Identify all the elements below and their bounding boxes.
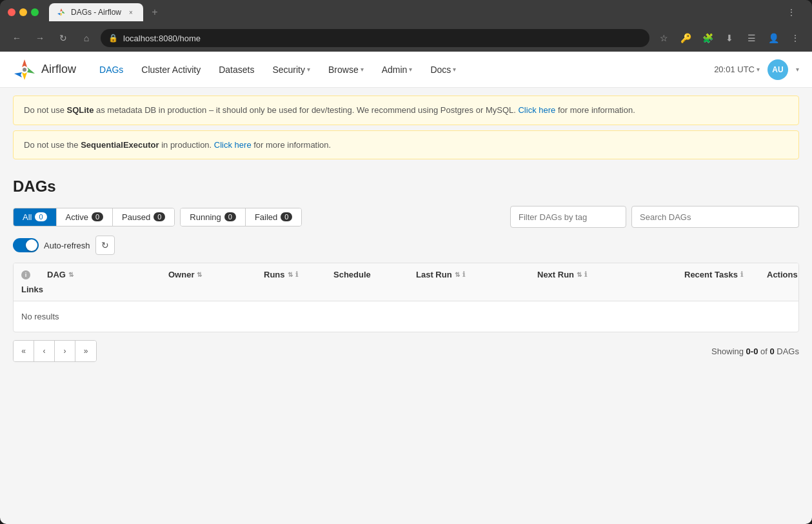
pagination-next-button[interactable]: › [55, 341, 75, 361]
last-run-sort-icon: ⇅ [455, 271, 460, 278]
filter-running-button[interactable]: Running 0 [181, 208, 246, 226]
browse-dropdown-icon [361, 66, 364, 73]
browser-window: DAGs - Airflow × + ⋮ ← → ↻ ⌂ 🔒 localhost… [0, 0, 812, 524]
runs-sort-icon: ⇅ [288, 271, 293, 278]
auto-refresh-row: Auto-refresh ↻ [13, 236, 799, 255]
browser-menu-icon[interactable]: ⋮ [787, 7, 796, 17]
user-dropdown-icon[interactable] [796, 66, 799, 73]
nav-docs[interactable]: Docs [422, 59, 464, 80]
auto-refresh-toggle[interactable] [13, 238, 39, 252]
th-recent-tasks: Recent Tasks ℹ [684, 270, 762, 279]
pagination-prev-button[interactable]: ‹ [34, 341, 55, 361]
reload-button[interactable]: ↻ [54, 29, 72, 47]
pagination-row: « ‹ › » Showing 0-0 of 0 DAGs [13, 340, 799, 362]
next-run-info-icon: ℹ [584, 270, 587, 279]
toolbar-icons: ☆ 🔑 🧩 ⬇ ☰ 👤 ⋮ [655, 29, 804, 47]
sqlite-click-here-link[interactable]: Click here [518, 105, 555, 115]
recent-tasks-info-icon: ℹ [740, 270, 743, 279]
th-owner[interactable]: Owner ⇅ [168, 270, 259, 279]
minimize-button[interactable] [19, 8, 27, 16]
tab-favicon [57, 8, 66, 17]
extension-icon-2[interactable]: 🧩 [698, 29, 717, 47]
search-dags-input[interactable] [631, 206, 799, 228]
bookmark-icon[interactable]: ☆ [655, 29, 673, 47]
pagination-last-button[interactable]: » [75, 341, 96, 361]
user-icon[interactable]: 👤 [764, 29, 782, 47]
executor-click-here-link[interactable]: Click here [214, 140, 252, 150]
svg-marker-4 [22, 59, 27, 67]
nav-cluster-activity[interactable]: Cluster Activity [134, 59, 208, 80]
close-button[interactable] [8, 8, 15, 16]
extension-icon-3[interactable]: ⬇ [720, 29, 738, 47]
time-dropdown-icon [757, 66, 760, 73]
time-display: 20:01 UTC [714, 65, 760, 74]
tab-close-icon[interactable]: × [126, 8, 135, 17]
airflow-logo [13, 58, 36, 81]
svg-marker-0 [60, 8, 63, 12]
nav-admin[interactable]: Admin [374, 59, 421, 80]
docs-dropdown-icon [453, 66, 456, 73]
refresh-button[interactable]: ↻ [95, 236, 115, 255]
svg-marker-5 [27, 67, 35, 74]
nav-links: DAGs Cluster Activity Datasets Security … [92, 59, 714, 80]
nav-security[interactable]: Security [264, 59, 318, 80]
top-navbar: Airflow DAGs Cluster Activity Datasets S… [0, 52, 812, 88]
extension-icon-4[interactable]: ☰ [742, 29, 760, 47]
brand-name: Airflow [41, 63, 76, 76]
tab-bar: DAGs - Airflow × + [49, 3, 773, 21]
filter-active-button[interactable]: Active 0 [57, 208, 114, 226]
auto-refresh-label: Auto-refresh [44, 241, 90, 250]
th-runs[interactable]: Runs ⇅ ℹ [264, 270, 328, 279]
url-display: localhost:8080/home [123, 34, 201, 43]
browser-titlebar: DAGs - Airflow × + ⋮ [0, 0, 812, 25]
tag-filter-input[interactable] [510, 206, 626, 228]
th-actions: Actions [767, 270, 799, 279]
pagination: « ‹ › » [13, 340, 97, 362]
dag-filter-group: All 0 Active 0 Paused 0 [13, 208, 175, 227]
showing-text: Showing 0-0 of 0 DAGs [711, 347, 799, 356]
home-button[interactable]: ⌂ [77, 29, 95, 47]
back-button[interactable]: ← [8, 29, 26, 47]
th-dag[interactable]: DAG ⇅ [47, 270, 163, 279]
traffic-lights [8, 8, 39, 16]
next-run-sort-icon: ⇅ [577, 271, 582, 278]
svg-marker-6 [14, 72, 22, 77]
navbar-brand[interactable]: Airflow [13, 58, 76, 81]
pagination-first-button[interactable]: « [14, 341, 34, 361]
nav-datasets[interactable]: Datasets [211, 59, 262, 80]
new-tab-button[interactable]: + [146, 3, 164, 21]
dag-sort-icon: ⇅ [68, 271, 74, 278]
more-icon[interactable]: ⋮ [786, 29, 804, 47]
svg-point-8 [23, 68, 26, 72]
tab-title: DAGs - Airflow [71, 8, 121, 17]
forward-button[interactable]: → [31, 29, 49, 47]
extension-icon-1[interactable]: 🔑 [677, 29, 695, 47]
page-title: DAGs [13, 177, 799, 196]
alerts-section: Do not use SQLite as metadata DB in prod… [0, 88, 812, 167]
th-last-run[interactable]: Last Run ⇅ ℹ [416, 270, 532, 279]
lock-icon: 🔒 [108, 34, 118, 43]
maximize-button[interactable] [31, 8, 39, 16]
last-run-info-icon: ℹ [462, 270, 465, 279]
no-results: No results [21, 312, 791, 321]
address-bar[interactable]: 🔒 localhost:8080/home [101, 29, 649, 47]
filter-paused-button[interactable]: Paused 0 [113, 208, 174, 226]
svg-marker-7 [22, 72, 27, 80]
th-info: i [21, 270, 42, 279]
filter-bar: All 0 Active 0 Paused 0 Running [13, 206, 799, 228]
runs-info-icon: ℹ [295, 270, 298, 279]
user-avatar[interactable]: AU [767, 59, 788, 80]
th-next-run[interactable]: Next Run ⇅ ℹ [537, 270, 679, 279]
filter-failed-button[interactable]: Failed 0 [246, 208, 302, 226]
page-content: Airflow DAGs Cluster Activity Datasets S… [0, 52, 812, 524]
nav-dags[interactable]: DAGs [92, 59, 131, 80]
nav-right: 20:01 UTC AU [714, 59, 799, 80]
filter-all-button[interactable]: All 0 [14, 208, 57, 226]
info-header-icon: i [21, 270, 30, 279]
browser-toolbar: ← → ↻ ⌂ 🔒 localhost:8080/home ☆ 🔑 🧩 ⬇ ☰ … [0, 25, 812, 52]
executor-alert: Do not use the SequentialExecutor in pro… [13, 130, 799, 160]
browser-tab[interactable]: DAGs - Airflow × [49, 3, 143, 21]
toggle-thumb [26, 239, 37, 251]
th-schedule: Schedule [333, 270, 411, 279]
nav-browse[interactable]: Browse [321, 59, 371, 80]
